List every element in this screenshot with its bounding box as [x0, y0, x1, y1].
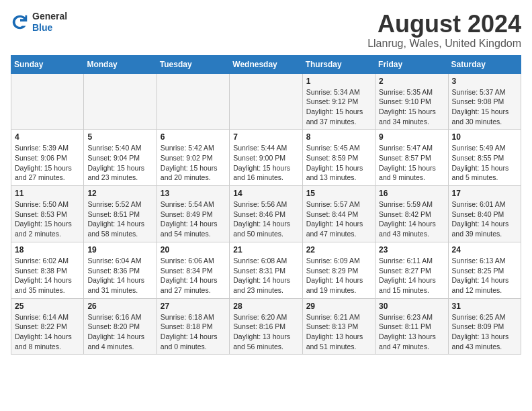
day-info: Sunrise: 6:23 AM Sunset: 8:11 PM Dayligh…	[379, 312, 444, 352]
day-number: 31	[452, 302, 517, 311]
day-number: 2	[379, 77, 444, 86]
calendar-title: August 2024	[367, 11, 521, 38]
calendar-day-cell: 4Sunrise: 5:39 AM Sunset: 9:06 PM Daylig…	[11, 130, 84, 186]
day-number: 22	[306, 245, 371, 255]
calendar-day-cell: 19Sunrise: 6:04 AM Sunset: 8:36 PM Dayli…	[84, 242, 157, 298]
day-info: Sunrise: 6:08 AM Sunset: 8:31 PM Dayligh…	[233, 256, 298, 295]
day-info: Sunrise: 6:09 AM Sunset: 8:29 PM Dayligh…	[306, 256, 371, 295]
calendar-day-header: Monday	[84, 55, 157, 73]
day-info: Sunrise: 5:44 AM Sunset: 9:00 PM Dayligh…	[233, 143, 298, 183]
day-number: 14	[233, 189, 298, 198]
day-info: Sunrise: 6:14 AM Sunset: 8:22 PM Dayligh…	[15, 312, 80, 352]
page-header: General Blue August 2024 Llanrug, Wales,…	[11, 11, 521, 50]
day-info: Sunrise: 5:56 AM Sunset: 8:46 PM Dayligh…	[233, 199, 298, 239]
day-number: 10	[452, 132, 517, 142]
day-info: Sunrise: 5:37 AM Sunset: 9:08 PM Dayligh…	[452, 87, 517, 127]
day-number: 5	[87, 132, 152, 142]
day-number: 8	[306, 132, 371, 142]
day-info: Sunrise: 6:16 AM Sunset: 8:20 PM Dayligh…	[87, 312, 152, 352]
day-number: 7	[233, 132, 298, 142]
calendar-week-row: 1Sunrise: 5:34 AM Sunset: 9:12 PM Daylig…	[11, 73, 521, 130]
day-number: 27	[161, 302, 226, 311]
day-info: Sunrise: 5:40 AM Sunset: 9:04 PM Dayligh…	[87, 143, 152, 183]
day-number: 3	[452, 77, 517, 86]
calendar-day-header: Wednesday	[230, 55, 302, 73]
day-number: 11	[15, 189, 80, 198]
day-info: Sunrise: 5:52 AM Sunset: 8:51 PM Dayligh…	[87, 199, 152, 239]
calendar-day-cell: 29Sunrise: 6:21 AM Sunset: 8:13 PM Dayli…	[302, 298, 375, 355]
calendar-subtitle: Llanrug, Wales, United Kingdom	[367, 38, 521, 50]
calendar-day-cell: 14Sunrise: 5:56 AM Sunset: 8:46 PM Dayli…	[230, 186, 302, 242]
day-number: 16	[379, 189, 444, 198]
day-number: 26	[87, 302, 152, 311]
calendar-table: SundayMondayTuesdayWednesdayThursdayFrid…	[11, 55, 521, 355]
day-info: Sunrise: 5:47 AM Sunset: 8:57 PM Dayligh…	[379, 143, 444, 183]
day-info: Sunrise: 6:02 AM Sunset: 8:38 PM Dayligh…	[15, 256, 80, 295]
calendar-day-cell: 27Sunrise: 6:18 AM Sunset: 8:18 PM Dayli…	[157, 298, 229, 355]
day-number: 29	[306, 302, 371, 311]
day-number: 9	[379, 132, 444, 142]
logo-icon	[11, 13, 30, 32]
calendar-day-cell: 18Sunrise: 6:02 AM Sunset: 8:38 PM Dayli…	[11, 242, 84, 298]
calendar-day-cell: 15Sunrise: 5:57 AM Sunset: 8:44 PM Dayli…	[302, 186, 375, 242]
calendar-day-cell: 22Sunrise: 6:09 AM Sunset: 8:29 PM Dayli…	[302, 242, 375, 298]
calendar-day-header: Friday	[375, 55, 448, 73]
calendar-day-header: Saturday	[448, 55, 521, 73]
calendar-week-row: 4Sunrise: 5:39 AM Sunset: 9:06 PM Daylig…	[11, 130, 521, 186]
calendar-week-row: 18Sunrise: 6:02 AM Sunset: 8:38 PM Dayli…	[11, 242, 521, 298]
logo: General Blue	[11, 11, 67, 34]
day-number: 21	[233, 245, 298, 255]
day-info: Sunrise: 6:21 AM Sunset: 8:13 PM Dayligh…	[306, 312, 371, 352]
calendar-day-cell	[84, 73, 157, 130]
day-info: Sunrise: 5:34 AM Sunset: 9:12 PM Dayligh…	[306, 87, 371, 127]
calendar-day-cell: 28Sunrise: 6:20 AM Sunset: 8:16 PM Dayli…	[230, 298, 302, 355]
day-number: 1	[306, 77, 371, 86]
day-info: Sunrise: 5:35 AM Sunset: 9:10 PM Dayligh…	[379, 87, 444, 127]
day-info: Sunrise: 5:49 AM Sunset: 8:55 PM Dayligh…	[452, 143, 517, 183]
calendar-day-header: Thursday	[302, 55, 375, 73]
day-number: 6	[161, 132, 226, 142]
calendar-day-cell: 6Sunrise: 5:42 AM Sunset: 9:02 PM Daylig…	[157, 130, 229, 186]
day-number: 25	[15, 302, 80, 311]
day-number: 28	[233, 302, 298, 311]
calendar-day-cell: 3Sunrise: 5:37 AM Sunset: 9:08 PM Daylig…	[448, 73, 521, 130]
day-info: Sunrise: 5:54 AM Sunset: 8:49 PM Dayligh…	[161, 199, 226, 239]
logo-blue-text: Blue	[32, 22, 67, 34]
day-info: Sunrise: 5:59 AM Sunset: 8:42 PM Dayligh…	[379, 199, 444, 239]
calendar-header-row: SundayMondayTuesdayWednesdayThursdayFrid…	[11, 55, 521, 73]
day-info: Sunrise: 6:01 AM Sunset: 8:40 PM Dayligh…	[452, 199, 517, 239]
day-number: 4	[15, 132, 80, 142]
calendar-day-cell: 24Sunrise: 6:13 AM Sunset: 8:25 PM Dayli…	[448, 242, 521, 298]
calendar-day-cell: 17Sunrise: 6:01 AM Sunset: 8:40 PM Dayli…	[448, 186, 521, 242]
calendar-day-cell: 2Sunrise: 5:35 AM Sunset: 9:10 PM Daylig…	[375, 73, 448, 130]
calendar-day-cell: 10Sunrise: 5:49 AM Sunset: 8:55 PM Dayli…	[448, 130, 521, 186]
calendar-day-cell: 1Sunrise: 5:34 AM Sunset: 9:12 PM Daylig…	[302, 73, 375, 130]
day-info: Sunrise: 6:18 AM Sunset: 8:18 PM Dayligh…	[161, 312, 226, 352]
day-info: Sunrise: 5:50 AM Sunset: 8:53 PM Dayligh…	[15, 199, 80, 239]
calendar-day-cell	[230, 73, 302, 130]
calendar-day-cell: 11Sunrise: 5:50 AM Sunset: 8:53 PM Dayli…	[11, 186, 84, 242]
calendar-day-cell: 31Sunrise: 6:25 AM Sunset: 8:09 PM Dayli…	[448, 298, 521, 355]
calendar-day-cell: 25Sunrise: 6:14 AM Sunset: 8:22 PM Dayli…	[11, 298, 84, 355]
calendar-day-header: Sunday	[11, 55, 84, 73]
day-info: Sunrise: 5:45 AM Sunset: 8:59 PM Dayligh…	[306, 143, 371, 183]
day-info: Sunrise: 6:06 AM Sunset: 8:34 PM Dayligh…	[161, 256, 226, 295]
calendar-day-header: Tuesday	[157, 55, 229, 73]
day-number: 19	[87, 245, 152, 255]
day-number: 23	[379, 245, 444, 255]
calendar-day-cell: 20Sunrise: 6:06 AM Sunset: 8:34 PM Dayli…	[157, 242, 229, 298]
title-area: August 2024 Llanrug, Wales, United Kingd…	[367, 11, 521, 50]
calendar-day-cell: 26Sunrise: 6:16 AM Sunset: 8:20 PM Dayli…	[84, 298, 157, 355]
day-number: 20	[161, 245, 226, 255]
day-info: Sunrise: 6:04 AM Sunset: 8:36 PM Dayligh…	[87, 256, 152, 295]
calendar-day-cell: 8Sunrise: 5:45 AM Sunset: 8:59 PM Daylig…	[302, 130, 375, 186]
day-number: 18	[15, 245, 80, 255]
calendar-day-cell: 9Sunrise: 5:47 AM Sunset: 8:57 PM Daylig…	[375, 130, 448, 186]
day-number: 15	[306, 189, 371, 198]
day-info: Sunrise: 5:39 AM Sunset: 9:06 PM Dayligh…	[15, 143, 80, 183]
logo-general-text: General	[32, 11, 67, 22]
calendar-week-row: 25Sunrise: 6:14 AM Sunset: 8:22 PM Dayli…	[11, 298, 521, 355]
calendar-day-cell: 5Sunrise: 5:40 AM Sunset: 9:04 PM Daylig…	[84, 130, 157, 186]
day-info: Sunrise: 6:25 AM Sunset: 8:09 PM Dayligh…	[452, 312, 517, 352]
calendar-day-cell: 21Sunrise: 6:08 AM Sunset: 8:31 PM Dayli…	[230, 242, 302, 298]
